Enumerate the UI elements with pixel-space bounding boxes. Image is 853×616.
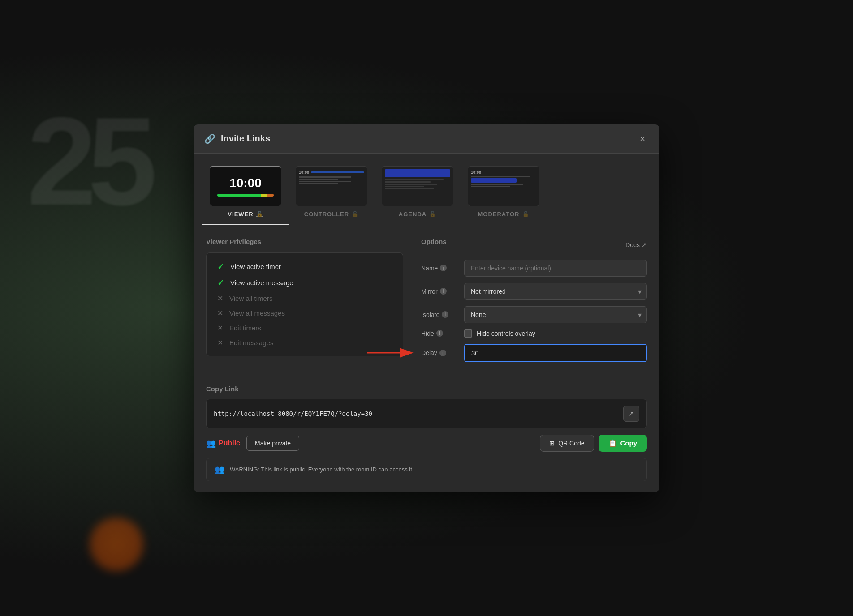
- qr-icon: ⊞: [549, 440, 555, 447]
- ctrl-line-3: [299, 181, 351, 182]
- docs-label: Docs: [625, 241, 640, 248]
- option-row-hide: Hide i Hide controls overlay: [421, 329, 647, 338]
- lock-icon-viewer: 🔓: [256, 211, 263, 217]
- privilege-view-all-messages: ✕ View all messages: [217, 309, 392, 317]
- external-link-icon: ↗: [642, 241, 647, 248]
- docs-link[interactable]: Docs ↗: [625, 241, 647, 248]
- x-icon-4: ✕: [217, 338, 223, 347]
- privilege-view-active-message: ✓ View active message: [217, 278, 392, 288]
- ctrl-bar: [311, 171, 364, 173]
- make-private-button[interactable]: Make private: [246, 436, 299, 451]
- copy-icon: 📋: [608, 439, 617, 447]
- mod-blue-bar: [471, 178, 517, 183]
- ctrl-line-1: [299, 176, 351, 178]
- lock-icon-moderator: 🔓: [522, 211, 530, 217]
- background-circle: [90, 518, 143, 571]
- close-button[interactable]: ×: [636, 133, 649, 145]
- name-label: Name i: [421, 265, 457, 272]
- mod-timer-row: 10:00: [471, 170, 536, 175]
- mod-line-1: [471, 176, 530, 177]
- mirror-label: Mirror i: [421, 288, 457, 295]
- public-icon: 👥: [206, 438, 216, 448]
- priv-label-4: View all messages: [229, 309, 285, 317]
- privilege-view-all-timers: ✕ View all timers: [217, 294, 392, 303]
- link-icon: 🔗: [204, 133, 215, 144]
- tab-controller-label: CONTROLLER 🔓: [304, 211, 359, 218]
- option-row-name: Name i: [421, 260, 647, 277]
- actions-row: 👥 Public Make private ⊞ QR Code 📋 Copy: [206, 435, 647, 452]
- privileges-section: Viewer Privileges ✓ View active timer ✓ …: [206, 238, 403, 362]
- priv-label-1: View active timer: [230, 263, 281, 270]
- agenda-preview-inner: [382, 167, 453, 193]
- tab-viewer[interactable]: 10:00 VIEWER 🔓: [202, 163, 289, 225]
- warning-box: 👥 WARNING: This link is public. Everyone…: [206, 458, 647, 481]
- copy-link-section: Copy Link http://localhost:8080/r/EQY1FE…: [206, 375, 647, 481]
- controller-preview: 10:00: [296, 166, 367, 206]
- hide-checkbox-label[interactable]: Hide controls overlay: [464, 329, 535, 338]
- hide-checkbox-text: Hide controls overlay: [477, 330, 535, 337]
- copy-button[interactable]: 📋 Copy: [599, 435, 647, 452]
- url-text: http://localhost:8080/r/EQY1FE7Q/?delay=…: [214, 410, 619, 417]
- two-column-layout: Viewer Privileges ✓ View active timer ✓ …: [206, 238, 647, 362]
- tab-agenda[interactable]: AGENDA 🔓: [375, 163, 461, 225]
- lock-icon-agenda: 🔓: [429, 211, 436, 217]
- progress-yellow: [261, 194, 267, 197]
- check-icon-1: ✓: [217, 262, 224, 272]
- external-link-icon: ↗: [629, 410, 634, 417]
- background-text: 25: [27, 90, 148, 233]
- ctrl-timer-row: 10:00: [299, 170, 364, 175]
- tab-viewer-label: VIEWER 🔓: [228, 211, 263, 218]
- tab-moderator[interactable]: 10:00 MODERATOR 🔓: [461, 163, 547, 225]
- isolate-select[interactable]: None Isolate: [464, 306, 647, 323]
- public-badge: 👥 Public: [206, 438, 240, 448]
- x-icon-1: ✕: [217, 294, 223, 303]
- tab-agenda-label: AGENDA 🔓: [399, 211, 436, 218]
- mirror-info-icon[interactable]: i: [440, 288, 447, 295]
- tabs-row: 10:00 VIEWER 🔓 10:00: [194, 154, 659, 225]
- warning-icon: 👥: [215, 465, 224, 475]
- delay-info-icon[interactable]: i: [439, 350, 446, 356]
- copy-label: Copy: [620, 439, 638, 447]
- priv-label-6: Edit messages: [229, 339, 273, 346]
- agenda-line-2: [385, 181, 431, 183]
- priv-label-3: View all timers: [229, 295, 272, 302]
- url-row: http://localhost:8080/r/EQY1FE7Q/?delay=…: [206, 399, 647, 428]
- tab-moderator-label: MODERATOR 🔓: [478, 211, 529, 218]
- tab-controller[interactable]: 10:00 CONTROLLER 🔓: [289, 163, 375, 225]
- mirror-select[interactable]: Not mirrored Mirrored: [464, 283, 647, 300]
- mod-line-2: [471, 184, 523, 185]
- privileges-box: ✓ View active timer ✓ View active messag…: [206, 252, 403, 356]
- delay-input[interactable]: [464, 344, 647, 362]
- options-section: Options Docs ↗ Name i: [421, 238, 647, 362]
- viewer-preview-inner: 10:00: [210, 167, 281, 206]
- modal-header: 🔗 Invite Links ×: [194, 124, 659, 154]
- delay-label: Delay i: [421, 349, 457, 356]
- name-info-icon[interactable]: i: [440, 265, 447, 271]
- agenda-line-3: [385, 184, 437, 185]
- open-link-button[interactable]: ↗: [623, 406, 639, 422]
- modal-title-group: 🔗 Invite Links: [204, 133, 270, 144]
- isolate-label: Isolate i: [421, 311, 457, 318]
- isolate-info-icon[interactable]: i: [442, 311, 448, 318]
- copy-link-title: Copy Link: [206, 385, 647, 393]
- ctrl-line-2: [299, 179, 338, 180]
- option-row-isolate: Isolate i None Isolate ▾: [421, 306, 647, 323]
- options-title: Options: [421, 238, 447, 245]
- agenda-line-5: [385, 188, 434, 189]
- lock-icon-controller: 🔓: [352, 211, 359, 217]
- modal-body: Viewer Privileges ✓ View active timer ✓ …: [194, 225, 659, 492]
- hide-info-icon[interactable]: i: [436, 330, 443, 337]
- moderator-preview: 10:00: [468, 166, 539, 206]
- x-icon-3: ✕: [217, 324, 223, 332]
- right-actions: ⊞ QR Code 📋 Copy: [540, 435, 647, 452]
- controller-preview-inner: 10:00: [296, 167, 367, 189]
- qr-label: QR Code: [558, 440, 584, 447]
- name-input[interactable]: [464, 260, 647, 277]
- agenda-preview: [382, 166, 453, 206]
- mirror-select-wrapper: Not mirrored Mirrored ▾: [464, 283, 647, 300]
- left-actions: 👥 Public Make private: [206, 436, 299, 451]
- qr-code-button[interactable]: ⊞ QR Code: [540, 435, 594, 452]
- x-icon-2: ✕: [217, 309, 223, 317]
- hide-checkbox[interactable]: [464, 329, 472, 338]
- option-row-mirror: Mirror i Not mirrored Mirrored ▾: [421, 283, 647, 300]
